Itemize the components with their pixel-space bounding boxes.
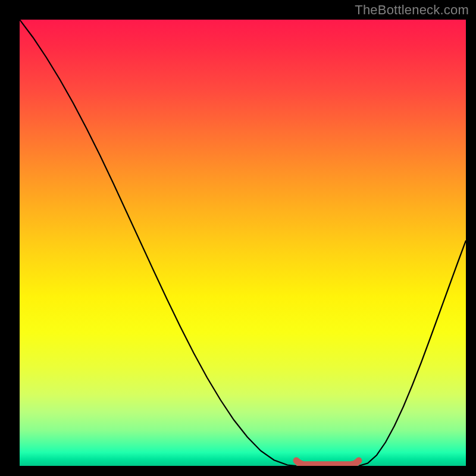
curve-left bbox=[20, 20, 296, 466]
curve-right bbox=[359, 240, 466, 466]
optimal-range-marker bbox=[296, 461, 359, 465]
watermark-text: TheBottleneck.com bbox=[355, 2, 469, 18]
plot-svg bbox=[20, 20, 466, 466]
plot-area bbox=[20, 20, 466, 466]
chart-frame: TheBottleneck.com bbox=[0, 0, 476, 476]
